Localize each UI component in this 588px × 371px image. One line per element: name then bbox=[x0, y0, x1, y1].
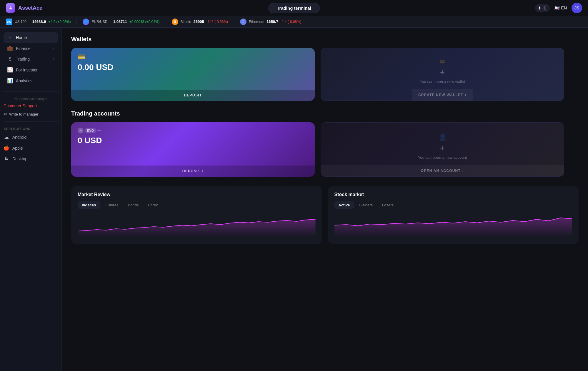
ticker-item-ethereum[interactable]: Ξ Ethereum 1659.7 -1.4 (-0.08%) bbox=[234, 19, 307, 25]
theme-toggle: ☀ ☾ bbox=[535, 4, 550, 12]
user-avatar[interactable]: JS bbox=[572, 3, 582, 13]
badge-suffix: — bbox=[97, 128, 101, 133]
new-account-icon: 👤 bbox=[439, 133, 447, 141]
bottom-panels: Market Review Indeces Futures Bonds Fore… bbox=[71, 186, 579, 244]
sidebar-item-home[interactable]: ⌂ Home bbox=[4, 32, 58, 43]
sidebar-label-trading: Trading bbox=[16, 57, 30, 61]
ethereum-price: 1659.7 bbox=[266, 19, 278, 24]
new-account-plus: + bbox=[440, 143, 445, 153]
ticker-item-bitcoin[interactable]: ₿ Bitcoin 25905 -146 (-0.56%) bbox=[166, 19, 234, 25]
bitcoin-change: -146 (-0.56%) bbox=[206, 20, 228, 24]
customer-support-label[interactable]: Customer Support bbox=[0, 102, 61, 110]
stock-market-chart bbox=[334, 213, 572, 237]
market-review-panel: Market Review Indeces Futures Bonds Fore… bbox=[71, 186, 322, 244]
open-account-button[interactable]: OPEN AN ACCOUNT › bbox=[321, 165, 564, 176]
trading-badge: ⚙ EVO — bbox=[78, 128, 308, 133]
mail-icon: ✉ bbox=[4, 112, 7, 116]
tab-bonds[interactable]: Bonds bbox=[124, 201, 143, 209]
tab-forex[interactable]: Forex bbox=[144, 201, 162, 209]
sidebar-item-desktop[interactable]: 🖥 Desktop bbox=[0, 153, 61, 164]
us100-name: US 100 bbox=[15, 20, 26, 24]
sidebar-label-analytics: Analytics bbox=[16, 78, 32, 83]
tab-indeces[interactable]: Indeces bbox=[78, 201, 100, 209]
new-account-text: You can open a new account bbox=[418, 155, 467, 160]
sidebar-item-investor[interactable]: 📈 For investor bbox=[4, 64, 58, 75]
tab-active[interactable]: Active bbox=[334, 201, 354, 209]
topbar-left: A AssetAce bbox=[6, 3, 42, 13]
sidebar-item-trading[interactable]: $ Trading ∧ bbox=[4, 54, 58, 64]
tab-futures[interactable]: Futures bbox=[101, 201, 122, 209]
logo-icon: A bbox=[6, 3, 15, 13]
create-wallet-button[interactable]: CREATE NEW WALLET › bbox=[412, 89, 473, 101]
trading-terminal-button[interactable]: Trading terminal bbox=[268, 3, 320, 13]
new-trading-center: 👤 + You can open a new account bbox=[327, 128, 557, 165]
write-manager-text: Write to manager bbox=[9, 112, 38, 116]
stock-market-panel: Stock market Active Gainers Losers bbox=[328, 186, 579, 244]
light-theme-icon[interactable]: ☀ bbox=[537, 5, 542, 11]
open-account-arrow: › bbox=[462, 169, 464, 173]
main-wallet-card[interactable]: 💳 0.00 USD DEPOSIT bbox=[71, 48, 315, 101]
eurusd-price: 1.08711 bbox=[113, 19, 127, 24]
analytics-icon: 📊 bbox=[7, 78, 13, 83]
trading-accounts-section: Trading accounts ⚙ EVO — 0 USD DEPOSIT › bbox=[71, 110, 579, 177]
dark-theme-icon[interactable]: ☾ bbox=[543, 5, 547, 11]
tab-losers[interactable]: Losers bbox=[378, 201, 398, 209]
bitcoin-name: Bitcoin bbox=[181, 20, 191, 24]
sidebar-item-analytics[interactable]: 📊 Analytics bbox=[4, 75, 58, 86]
create-wallet-label: CREATE NEW WALLET bbox=[418, 93, 463, 97]
market-review-chart bbox=[78, 213, 316, 237]
create-wallet-arrow: › bbox=[465, 93, 467, 97]
language-button[interactable]: 🇬🇧 EN bbox=[554, 6, 567, 10]
eurusd-name: EUR/USD bbox=[91, 20, 107, 24]
main-trading-card[interactable]: ⚙ EVO — 0 USD DEPOSIT › bbox=[71, 122, 315, 177]
us100-price: 14688.9 bbox=[32, 19, 46, 24]
wallets-row: 💳 0.00 USD DEPOSIT 💳 + You can open a ne… bbox=[71, 48, 579, 101]
sidebar-label-android: Android bbox=[12, 135, 26, 140]
sidebar-item-finance[interactable]: 💼 Finance ∧ bbox=[4, 43, 58, 54]
write-manager-link[interactable]: ✉ Write to manager bbox=[0, 110, 61, 118]
desktop-icon: 🖥 bbox=[4, 156, 9, 161]
wallet-card-icon: 💳 bbox=[78, 53, 308, 61]
new-wallet-card[interactable]: 💳 + You can open a new wallet CREATE NEW… bbox=[321, 48, 564, 101]
new-wallet-text: You can open a new wallet bbox=[420, 79, 465, 84]
trading-deposit-label: DEPOSIT bbox=[182, 169, 200, 173]
bitcoin-badge: ₿ bbox=[172, 19, 178, 25]
open-account-label: OPEN AN ACCOUNT bbox=[421, 169, 461, 173]
logo-text: AssetAce bbox=[18, 5, 42, 11]
ticker-items: 100 US 100 · 14688.9 +4.2 (+0.03%) 🌐 EUR… bbox=[0, 19, 307, 25]
new-wallet-center: 💳 + You can open a new wallet bbox=[420, 54, 465, 89]
personal-manager-label: Your personal manager bbox=[0, 95, 61, 102]
ticker-item-us100[interactable]: 100 US 100 · 14688.9 +4.2 (+0.03%) bbox=[0, 19, 77, 25]
trading-accounts-row: ⚙ EVO — 0 USD DEPOSIT › 👤 + bbox=[71, 122, 579, 177]
bitcoin-price: 25905 bbox=[194, 19, 204, 24]
new-trading-card[interactable]: 👤 + You can open a new account OPEN AN A… bbox=[321, 122, 564, 177]
sidebar-divider-2 bbox=[4, 121, 58, 122]
home-icon: ⌂ bbox=[7, 35, 13, 40]
new-wallet-icon: 💳 bbox=[440, 59, 445, 64]
ethereum-badge: Ξ bbox=[240, 19, 246, 25]
deposit-button[interactable]: DEPOSIT bbox=[71, 90, 315, 101]
sidebar: ⌂ Home 💼 Finance ∧ $ Trading ∧ 📈 For inv… bbox=[0, 28, 62, 371]
sidebar-label-desktop: Desktop bbox=[12, 156, 27, 161]
topbar: A AssetAce Trading terminal ☀ ☾ 🇬🇧 EN JS bbox=[0, 0, 588, 16]
wallets-section: Wallets 💳 0.00 USD DEPOSIT 💳 + You can o… bbox=[71, 36, 579, 101]
applications-label: Applications bbox=[0, 125, 61, 132]
finance-icon: 💼 bbox=[7, 46, 13, 51]
flag-icon: 🇬🇧 bbox=[554, 6, 559, 10]
trading-deposit-button[interactable]: DEPOSIT › bbox=[71, 166, 315, 177]
sidebar-label-apple: Apple bbox=[12, 146, 23, 151]
us100-change: +4.2 (+0.03%) bbox=[48, 20, 71, 24]
topbar-right: ☀ ☾ 🇬🇧 EN JS bbox=[535, 3, 582, 13]
sidebar-label-investor: For investor bbox=[16, 68, 38, 72]
sidebar-item-android[interactable]: ☁ Android bbox=[0, 132, 61, 143]
trading-icon: $ bbox=[7, 56, 13, 62]
wallets-title: Wallets bbox=[71, 36, 579, 43]
ticker-item-eurusd[interactable]: 🌐 EUR/USD · 1.08711 +0.00048 (+0.04%) bbox=[77, 19, 166, 25]
new-wallet-plus: + bbox=[440, 68, 445, 77]
lang-label: EN bbox=[561, 6, 567, 10]
tab-gainers[interactable]: Gainers bbox=[355, 201, 377, 209]
sidebar-divider-1 bbox=[4, 91, 58, 92]
logo-letter: A bbox=[9, 6, 12, 10]
stock-market-tabs: Active Gainers Losers bbox=[334, 201, 572, 209]
sidebar-item-apple[interactable]: 🍎 Apple bbox=[0, 143, 61, 153]
